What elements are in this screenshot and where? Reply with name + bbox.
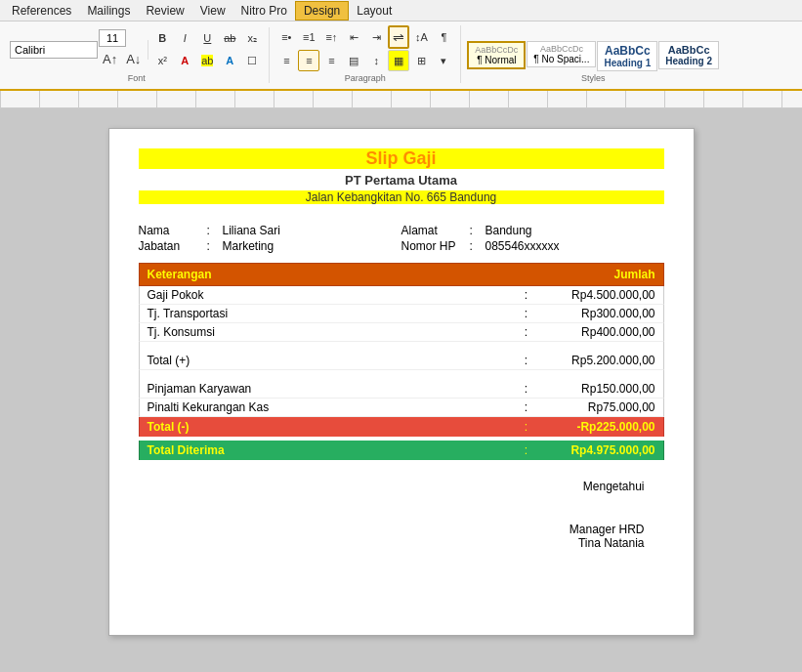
slip-company: PT Pertama Utama <box>139 173 664 188</box>
nomorhp-value: 085546xxxxxx <box>485 239 664 253</box>
signature-line3: Manager HRD <box>139 523 645 536</box>
align-center-button[interactable]: ≡ <box>298 50 319 71</box>
numbering-button[interactable]: ≡1 <box>298 25 319 49</box>
menu-mailings[interactable]: Mailings <box>79 2 138 20</box>
total-received-row: Total Diterima : Rp4.975.000,00 <box>139 441 664 460</box>
alamat-colon: : <box>470 224 485 237</box>
row-pinjaman-desc: Pinjaman Karyawan <box>140 380 517 398</box>
total-plus-amount: Rp5.200.000,00 <box>536 352 663 369</box>
superscript-button[interactable]: x² <box>151 50 173 71</box>
table-row: Pinalti Kekurangan Kas : Rp75.000,00 <box>139 399 664 417</box>
borders-button[interactable]: ⊞ <box>410 50 432 71</box>
border-button[interactable]: ☐ <box>241 50 263 71</box>
table-header-right: Jumlah <box>517 264 663 285</box>
font-group: Calibri 11 A↑ A↓ B I U ab x₂ <box>6 27 270 83</box>
total-received-amount: Rp4.975.000,00 <box>536 441 663 460</box>
font-color-button[interactable]: A <box>174 50 195 71</box>
italic-button[interactable]: I <box>174 27 195 49</box>
nama-label: Nama <box>139 224 207 237</box>
line-spacing-button[interactable]: ↕ <box>365 50 387 71</box>
info-jabatan-row: Jabatan : Marketing Nomor HP : 085546xxx… <box>139 239 664 253</box>
bold-button[interactable]: B <box>151 27 173 49</box>
align-right-button[interactable]: ≡ <box>320 50 342 71</box>
row-konsumsi-colon: : <box>517 323 536 341</box>
menu-bar: References Mailings Review View Nitro Pr… <box>0 0 802 21</box>
underline-button[interactable]: U <box>196 27 218 49</box>
font-name-box[interactable]: Calibri <box>10 41 98 59</box>
row-pinalti-desc: Pinalti Kekurangan Kas <box>140 399 517 416</box>
row-konsumsi-desc: Tj. Konsumsi <box>140 323 517 341</box>
nomorhp-label: Nomor HP <box>401 239 470 253</box>
subscript-button[interactable]: x₂ <box>241 27 263 49</box>
nomorhp-colon: : <box>470 239 485 253</box>
font-group-label: Font <box>128 73 146 83</box>
shading-button[interactable]: ▦ <box>388 50 409 71</box>
pilcrow-button[interactable]: ¶ <box>433 25 454 49</box>
signature-area: Mengetahui Manager HRD Tina Natania <box>139 480 664 569</box>
row-pinjaman-colon: : <box>517 380 536 398</box>
borders-dropdown-button[interactable]: ▾ <box>433 50 454 71</box>
row-pinjaman-amount: Rp150.000,00 <box>536 380 663 398</box>
row-pinalti-colon: : <box>517 399 536 416</box>
total-minus-row: Total (-) : -Rp225.000,00 <box>139 417 664 437</box>
ruler-scale <box>0 91 802 107</box>
style-normal[interactable]: AaBbCcDc ¶ Normal <box>467 41 526 69</box>
alamat-label: Alamat <box>401 224 470 237</box>
decrease-indent-button[interactable]: ⇤ <box>343 25 364 49</box>
justify-button[interactable]: ▤ <box>343 50 364 71</box>
paragraph-group: ≡• ≡1 ≡↑ ⇤ ⇥ ⇌ ↕A ¶ ≡ ≡ ≡ <box>272 25 461 83</box>
multilevel-button[interactable]: ≡↑ <box>320 25 342 49</box>
table-row: Tj. Konsumsi : Rp400.000,00 <box>139 323 664 342</box>
page: Slip Gaji PT Pertama Utama Jalan Kebangk… <box>108 128 695 636</box>
info-nama-row: Nama : Liliana Sari Alamat : Bandung <box>139 224 664 237</box>
signature-space <box>139 493 645 523</box>
font-color2-button[interactable]: A <box>219 50 240 71</box>
style-heading2[interactable]: AaBbCc Heading 2 <box>658 41 719 69</box>
font-size-box[interactable]: 11 <box>99 29 126 47</box>
signature-line1: Mengetahui <box>139 480 645 493</box>
jabatan-colon: : <box>207 239 223 253</box>
signature-line4: Tina Natania <box>139 536 645 550</box>
slip-address: Jalan Kebangkitan No. 665 Bandung <box>139 190 664 204</box>
row-transport-desc: Tj. Transportasi <box>140 305 517 322</box>
menu-view[interactable]: View <box>192 2 233 20</box>
style-heading1[interactable]: AaBbCc Heading 1 <box>597 41 657 71</box>
nama-colon: : <box>207 224 223 237</box>
style-no-spacing[interactable]: AaBbCcDc ¶ No Spaci... <box>527 41 596 67</box>
row-gaji-colon: : <box>517 286 536 304</box>
table-row: Pinjaman Karyawan : Rp150.000,00 <box>139 380 664 399</box>
ribbon-font-row: Calibri 11 A↑ A↓ B I U ab x₂ <box>0 21 802 91</box>
menu-design[interactable]: Design <box>295 1 349 21</box>
document-area: Slip Gaji PT Pertama Utama Jalan Kebangk… <box>0 108 802 655</box>
table-row: Tj. Transportasi : Rp300.000,00 <box>139 305 664 323</box>
sort-button[interactable]: ↕A <box>410 25 432 49</box>
menu-references[interactable]: References <box>4 2 79 20</box>
table-header: Keterangan Jumlah <box>139 263 664 286</box>
paragraph-group-label: Paragraph <box>345 73 386 83</box>
spacer2 <box>139 370 664 380</box>
center-align-button[interactable]: ⇌ <box>388 25 409 49</box>
styles-group-label: Styles <box>581 73 606 83</box>
align-left-button[interactable]: ≡ <box>275 50 297 71</box>
row-pinalti-amount: Rp75.000,00 <box>536 399 663 416</box>
increase-indent-button[interactable]: ⇥ <box>365 25 387 49</box>
total-plus-colon: : <box>517 352 536 369</box>
highlight-button[interactable]: ab <box>196 50 218 71</box>
menu-layout[interactable]: Layout <box>349 2 400 20</box>
spacer <box>139 342 664 352</box>
total-minus-colon: : <box>517 417 536 437</box>
total-minus-label: Total (-) <box>140 417 517 437</box>
slip-title: Slip Gaji <box>139 148 664 169</box>
total-minus-amount: -Rp225.000,00 <box>536 417 663 437</box>
row-transport-colon: : <box>517 305 536 322</box>
row-transport-amount: Rp300.000,00 <box>536 305 663 322</box>
menu-nitropro[interactable]: Nitro Pro <box>233 2 295 20</box>
nama-value: Liliana Sari <box>223 224 401 237</box>
table-row: Gaji Pokok : Rp4.500.000,00 <box>139 286 664 305</box>
strikethrough-button[interactable]: ab <box>219 27 240 49</box>
increase-font-button[interactable]: A↑ <box>99 48 121 69</box>
decrease-font-button[interactable]: A↓ <box>122 48 145 69</box>
jabatan-label: Jabatan <box>139 239 207 253</box>
menu-review[interactable]: Review <box>138 2 191 20</box>
bullets-button[interactable]: ≡• <box>275 25 297 49</box>
